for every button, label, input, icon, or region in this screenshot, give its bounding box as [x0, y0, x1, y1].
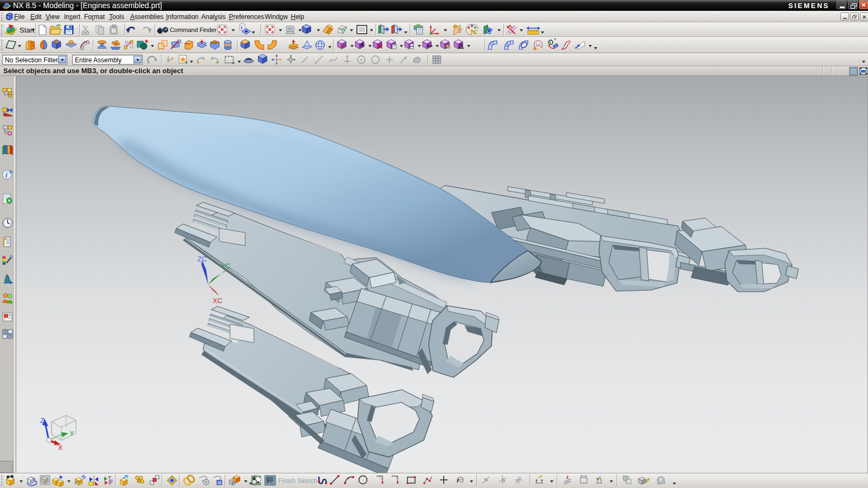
svg-text:G: G [218, 480, 221, 485]
svg-text:X: X [58, 444, 63, 452]
svg-text:XC: XC [213, 297, 222, 305]
svg-text:ZC: ZC [197, 255, 207, 263]
svg-text:i: i [5, 171, 8, 179]
svg-text:YC: YC [221, 262, 231, 270]
svg-text:i: i [241, 24, 242, 30]
svg-text:Z: Z [40, 416, 44, 425]
svg-text:Y: Y [69, 429, 74, 438]
